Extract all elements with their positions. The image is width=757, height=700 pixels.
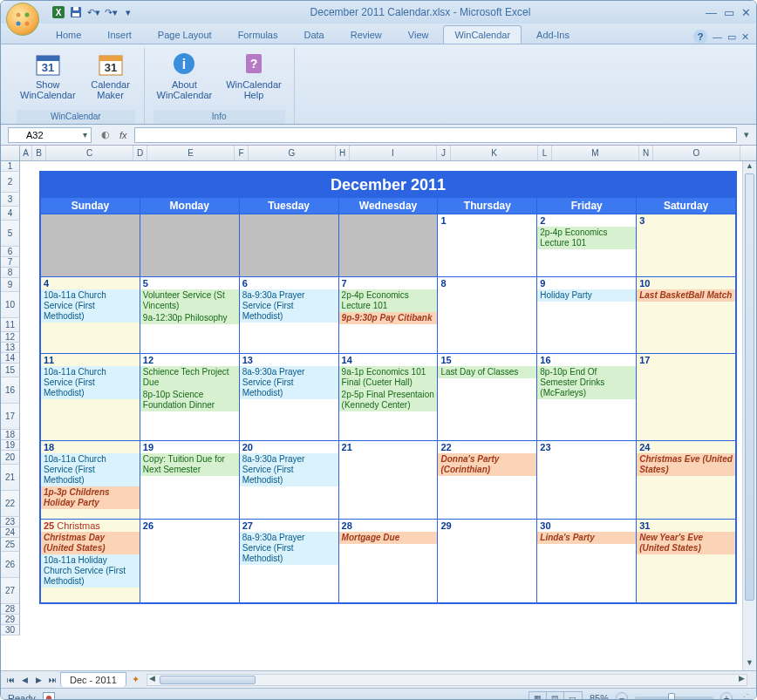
vertical-scrollbar[interactable]: ▲ ▼ — [742, 161, 756, 670]
calendar-cell[interactable]: 31 New Year's Eve (United States) — [637, 520, 735, 602]
about-wincalendar-button[interactable]: i AboutWinCalendar — [153, 48, 216, 108]
row-header[interactable]: 11 — [1, 318, 20, 332]
zoom-in-button[interactable]: + — [720, 692, 733, 701]
col-header[interactable]: M — [552, 146, 639, 160]
maximize-button[interactable]: ▭ — [724, 6, 734, 19]
row-header[interactable]: 21 — [1, 465, 20, 491]
view-pagelayout-button[interactable]: ▤ — [547, 692, 564, 701]
undo-icon[interactable]: ↶▾ — [86, 5, 100, 19]
calendar-cell[interactable]: 26 — [140, 520, 240, 602]
select-all-corner[interactable] — [1, 146, 20, 160]
row-header[interactable]: 25 — [1, 538, 20, 552]
tab-view[interactable]: View — [397, 25, 440, 44]
row-header[interactable]: 13 — [1, 343, 20, 353]
help-icon[interactable]: ? — [693, 30, 707, 44]
calendar-event[interactable]: 10a-11a Holiday Church Service (First Me… — [41, 554, 140, 588]
row-header[interactable]: 27 — [1, 578, 20, 604]
inner-minimize-button[interactable]: — — [713, 31, 722, 42]
row-header[interactable]: 20 — [1, 451, 20, 465]
zoom-slider[interactable] — [635, 697, 713, 700]
minimize-button[interactable]: — — [706, 6, 717, 19]
tab-wincalendar[interactable]: WinCalendar — [443, 25, 522, 44]
row-header[interactable]: 18 — [1, 430, 20, 440]
calendar-cell[interactable]: 24 Christmas Eve (United States) — [637, 441, 735, 519]
wincalendar-help-button[interactable]: ? WinCalendarHelp — [222, 48, 285, 108]
calendar-event[interactable]: Volunteer Service (St Vincents) — [140, 289, 239, 312]
row-header[interactable]: 29 — [1, 615, 20, 625]
redo-icon[interactable]: ↷▾ — [104, 5, 118, 19]
tab-nav-first[interactable]: ⏮ — [4, 676, 17, 684]
zoom-slider-knob[interactable] — [668, 693, 675, 701]
calendar-cell[interactable]: 410a-11a Church Service (First Methodist… — [41, 277, 140, 353]
calendar-cell[interactable]: 1810a-11a Church Service (First Methodis… — [41, 441, 140, 519]
calendar-cell[interactable]: 29 — [438, 520, 537, 602]
calendar-event[interactable]: Last BasketBall Match — [637, 289, 735, 302]
calendar-cell[interactable]: 30 Linda's Party — [537, 520, 637, 602]
row-header[interactable]: 7 — [1, 257, 20, 268]
zoom-percent[interactable]: 85% — [590, 693, 609, 701]
macro-record-icon[interactable] — [43, 692, 55, 701]
close-button[interactable]: ✕ — [741, 6, 751, 19]
scroll-up-icon[interactable]: ▲ — [743, 161, 756, 173]
col-header[interactable]: D — [133, 146, 147, 160]
col-header[interactable]: H — [336, 146, 350, 160]
calendar-cell[interactable]: 15 Last Day of Classes — [438, 354, 537, 440]
formula-input[interactable] — [134, 127, 737, 143]
tab-pagelayout[interactable]: Page Layout — [147, 25, 223, 44]
qat-more-icon[interactable]: ▾ — [121, 5, 135, 19]
calendar-event[interactable]: 8p-10p End Of Semester Drinks (McFarleys… — [537, 366, 636, 399]
row-header[interactable]: 22 — [1, 491, 20, 517]
calendar-cell[interactable]: 19 Copy: Tuition Due for Next Semester — [140, 441, 240, 519]
grid-body[interactable]: December 2011 SundayMondayTuesdayWednesd… — [20, 161, 742, 670]
calendar-cell[interactable] — [339, 214, 439, 276]
calendar-event[interactable]: 8a-9:30a Prayer Service (First Methodist… — [240, 532, 338, 565]
calendar-cell[interactable]: 278a-9:30a Prayer Service (First Methodi… — [240, 520, 339, 602]
fx-insert-function-icon[interactable]: ◐ — [99, 129, 113, 140]
calendar-cell[interactable]: 208a-9:30a Prayer Service (First Methodi… — [240, 441, 339, 519]
col-header[interactable]: K — [451, 146, 538, 160]
expand-formula-bar-icon[interactable]: ▾ — [744, 129, 749, 140]
row-header[interactable]: 30 — [1, 625, 20, 635]
col-header[interactable]: E — [147, 146, 235, 160]
col-header[interactable]: L — [538, 146, 552, 160]
new-sheet-icon[interactable]: ✦ — [132, 674, 140, 685]
tab-formulas[interactable]: Formulas — [227, 25, 290, 44]
calendar-cell[interactable]: 12 Schience Tech Project Due8p-10p Scien… — [140, 354, 240, 440]
row-header[interactable]: 14 — [1, 353, 20, 364]
row-header[interactable]: 5 — [1, 221, 20, 247]
calendar-event[interactable]: 2p-5p Final Presentaion (Kennedy Center) — [339, 389, 438, 411]
scroll-thumb[interactable] — [160, 676, 256, 684]
row-header[interactable]: 1 — [1, 161, 20, 172]
tab-addins[interactable]: Add-Ins — [525, 25, 581, 44]
calendar-cell[interactable]: 22 Donna's Party (Corinthian) — [438, 441, 537, 519]
col-header[interactable]: F — [235, 146, 249, 160]
tab-nav-next[interactable]: ▶ — [32, 676, 44, 684]
row-header[interactable]: 24 — [1, 527, 20, 538]
calendar-event[interactable]: 2p-4p Economics Lecture 101 — [339, 289, 438, 312]
tab-review[interactable]: Review — [339, 25, 393, 44]
row-header[interactable]: 9 — [1, 278, 20, 292]
col-header[interactable]: J — [437, 146, 451, 160]
row-header[interactable]: 23 — [1, 517, 20, 527]
calendar-event[interactable]: 8a-9:30a Prayer Service (First Methodist… — [240, 289, 338, 323]
calendar-event[interactable]: 9p-9:30p Pay Citibank — [339, 312, 438, 324]
save-icon[interactable] — [69, 5, 83, 19]
row-header[interactable]: 12 — [1, 332, 20, 343]
calendar-event[interactable]: 9a-12:30p Philosophy — [140, 312, 239, 324]
scroll-thumb[interactable] — [745, 173, 754, 601]
calendar-cell[interactable]: 23 — [537, 441, 637, 519]
calendar-cell[interactable]: 68a-9:30a Prayer Service (First Methodis… — [240, 277, 339, 353]
calendar-event[interactable]: Christmas Day (United States) — [41, 532, 140, 554]
calendar-cell[interactable]: 21 — [339, 441, 439, 519]
calendar-cell[interactable]: 1 — [438, 214, 537, 276]
calendar-maker-button[interactable]: 31 CalendarMaker — [86, 48, 135, 108]
calendar-cell[interactable]: 138a-9:30a Prayer Service (First Methodi… — [240, 354, 339, 440]
calendar-cell[interactable]: 22p-4p Economics Lecture 101 — [537, 214, 637, 276]
row-header[interactable]: 8 — [1, 268, 20, 278]
calendar-cell[interactable]: 25 Christmas Christmas Day (United State… — [41, 520, 140, 602]
calendar-cell[interactable]: 5 Volunteer Service (St Vincents)9a-12:3… — [140, 277, 240, 353]
calendar-event[interactable]: 10a-11a Church Service (First Methodist) — [41, 289, 140, 323]
calendar-event[interactable]: 10a-11a Church Service (First Methodist) — [41, 366, 140, 399]
zoom-out-button[interactable]: − — [616, 692, 628, 701]
calendar-event[interactable]: New Year's Eve (United States) — [637, 532, 735, 554]
